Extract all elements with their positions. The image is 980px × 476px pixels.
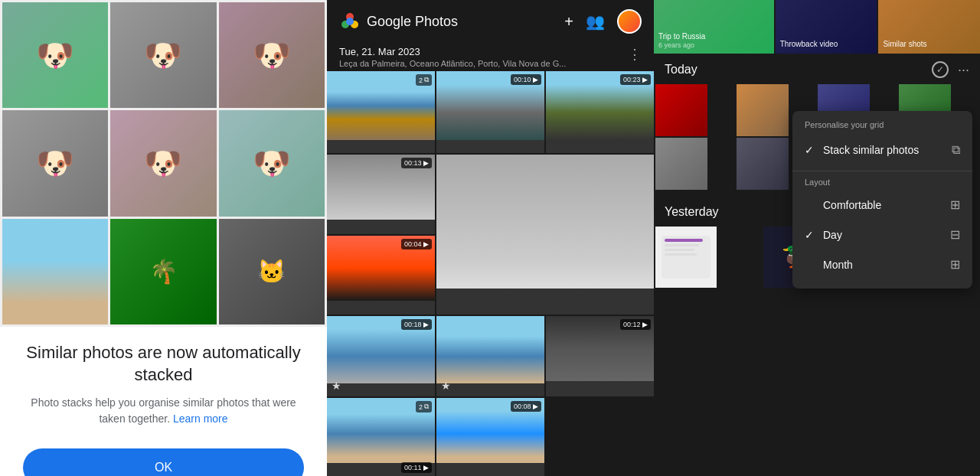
feed-photo-4[interactable]: 00:13 ▶ (327, 155, 435, 234)
video-badge-9: 00:11 ▶ (401, 462, 432, 473)
memory-similar-label: Similar shots (883, 40, 926, 49)
user-avatar[interactable] (617, 9, 642, 34)
today-photo-6[interactable] (737, 138, 789, 190)
dog-photo-4: 🐶 (2, 110, 108, 216)
memory-russia-sublabel: 6 years ago (658, 41, 705, 49)
dog-photo-6: 🐶 (219, 110, 325, 216)
yesterday-label: Yesterday (665, 205, 719, 219)
similar-photos-title: Similar photos are now automatically sta… (23, 342, 304, 386)
star-icon-1: ★ (332, 380, 341, 392)
panel-similar-photos: 🐶 🐶 🐶 🐶 🐶 🐶 🌴 🐱 Similar photos are now a… (0, 0, 327, 476)
share-icon[interactable]: 👥 (586, 12, 605, 31)
month-item[interactable]: ✓ Month ⊞ (792, 249, 972, 279)
more-button[interactable]: ⋮ (628, 46, 642, 63)
day-check-icon: ✓ (805, 229, 817, 241)
month-label: Month (823, 259, 853, 271)
dropdown-divider (792, 171, 972, 171)
logo-text: Google Photos (367, 14, 458, 30)
dog-photo-9: 🐱 (219, 219, 325, 324)
google-photos-logo: Google Photos (339, 11, 458, 32)
video-badge-2: 00:10 ▶ (511, 74, 541, 85)
comfortable-item[interactable]: ✓ Comfortable ⊞ (792, 190, 972, 220)
stack-badge-1: 2⧉ (416, 74, 432, 86)
stack-badge-9: 2⧉ (416, 401, 432, 412)
star-icon-2: ★ (441, 380, 451, 392)
video-badge-10: 00:08 ▶ (511, 401, 541, 412)
memory-card-similar[interactable]: Similar shots (878, 0, 980, 54)
dog-photo-3: 🐶 (219, 2, 325, 108)
svg-point-3 (346, 18, 354, 25)
dropdown-personalise-label: Personalise your grid (792, 120, 972, 135)
add-icon[interactable]: + (564, 13, 573, 31)
panel1-content: Similar photos are now automatically sta… (0, 327, 327, 476)
layout-label: Layout (792, 178, 972, 190)
video-badge-3: 00:23 ▶ (620, 74, 651, 85)
feed-photo-8[interactable]: 00:12 ▶ (546, 316, 654, 396)
photos-feed-grid: 2⧉ 00:10 ▶ 00:23 ▶ 00:13 ▶ 00:04 ▶ 00:18… (327, 71, 654, 476)
video-badge-4: 00:13 ▶ (401, 158, 432, 168)
memory-bar: Trip to Russia 6 years ago Throwback vid… (654, 0, 980, 54)
photos-grid: 🐶 🐶 🐶 🐶 🐶 🐶 🌴 🐱 (0, 0, 327, 327)
dog-photo-2: 🐶 (110, 2, 216, 108)
comfortable-label: Comfortable (823, 199, 881, 211)
day-grid-icon: ⊟ (950, 227, 960, 242)
today-more-button[interactable]: ··· (958, 62, 969, 78)
learn-more-link[interactable]: Learn more (173, 412, 228, 425)
dog-photo-7 (2, 219, 108, 324)
video-badge-5: 00:04 ▶ (401, 239, 432, 249)
feed-photo-3[interactable]: 00:23 ▶ (546, 71, 654, 153)
today-icons: ✓ ··· (932, 61, 969, 78)
panel-google-photos: Google Photos + 👥 Tue, 21. Mar 2023 Leça… (327, 0, 654, 476)
video-badge-6: 00:18 ▶ (401, 319, 432, 330)
photos-header: Google Photos + 👥 (327, 0, 654, 40)
yesterday-photo-1[interactable] (655, 227, 717, 288)
memory-card-russia[interactable]: Trip to Russia 6 years ago (654, 0, 774, 54)
day-item[interactable]: ✓ Day ⊟ (792, 220, 972, 249)
feed-photo-2[interactable]: 00:10 ▶ (436, 71, 544, 153)
check-circle[interactable]: ✓ (932, 61, 949, 78)
stack-copy-icon: ⧉ (952, 143, 960, 157)
date-text: Tue, 21. Mar 2023 (339, 46, 566, 57)
personalise-dropdown: Personalise your grid ✓ Stack similar ph… (792, 111, 972, 289)
feed-photo-7[interactable]: ★ (436, 316, 544, 396)
ok-button[interactable]: OK (23, 448, 304, 476)
feed-photo-5[interactable]: 00:04 ▶ (327, 236, 435, 315)
panel-google-photos-grid: Trip to Russia 6 years ago Throwback vid… (654, 0, 980, 476)
feed-photo-large[interactable] (436, 155, 654, 315)
today-row: Today ✓ ··· (654, 54, 980, 83)
stack-photos-item[interactable]: ✓ Stack similar photos ⧉ (792, 135, 972, 165)
stack-check-icon: ✓ (805, 144, 817, 156)
memory-throwback-label: Throwback video (780, 40, 838, 49)
dog-photo-5: 🐶 (110, 110, 216, 216)
today-photo-2[interactable] (737, 84, 789, 136)
day-label: Day (823, 229, 842, 241)
today-label: Today (665, 63, 697, 77)
header-icons: + 👥 (564, 9, 642, 34)
video-badge-8: 00:12 ▶ (620, 319, 651, 330)
month-grid-icon: ⊞ (950, 257, 960, 272)
dog-photo-8: 🌴 (110, 219, 216, 324)
location-text: Leça da Palmeira, Oceano Atlântico, Port… (339, 59, 566, 68)
date-bar: Tue, 21. Mar 2023 Leça da Palmeira, Ocea… (327, 40, 654, 71)
feed-photo-10[interactable]: 00:08 ▶ (436, 398, 544, 476)
feed-photo-9[interactable]: 2⧉ 00:11 ▶ (327, 398, 435, 476)
similar-photos-desc: Photo stacks help you organise similar p… (23, 395, 304, 427)
dog-photo-1: 🐶 (2, 2, 108, 108)
google-logo-icon (339, 11, 361, 32)
today-photo-1[interactable] (655, 84, 707, 136)
stack-photos-label: Stack similar photos (823, 144, 919, 156)
comfortable-grid-icon: ⊞ (950, 197, 960, 212)
today-photo-5[interactable] (655, 138, 707, 190)
memory-card-throwback[interactable]: Throwback video (776, 0, 877, 54)
feed-photo-1[interactable]: 2⧉ (327, 71, 435, 153)
feed-photo-6[interactable]: 00:18 ▶ ★ (327, 316, 435, 396)
memory-russia-label: Trip to Russia (658, 32, 705, 41)
